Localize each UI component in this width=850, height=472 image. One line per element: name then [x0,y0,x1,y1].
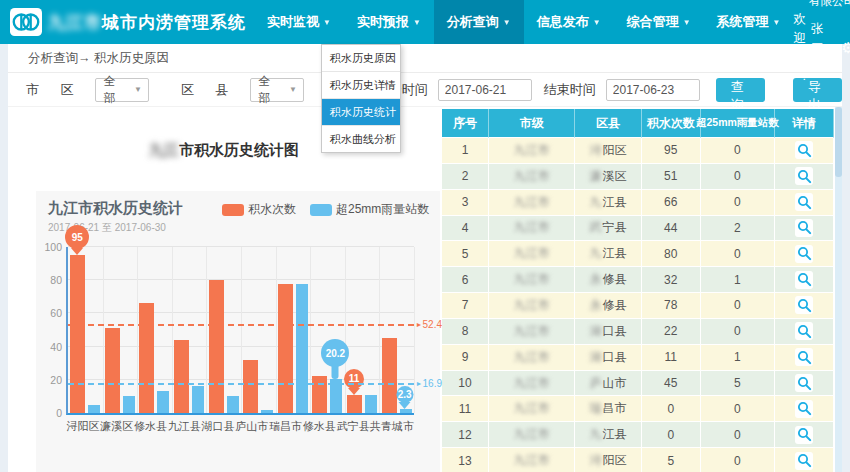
city-masked-text: 九江市 [514,452,550,469]
table-row: 6九江市永修县321 [442,267,834,293]
cell-detail [775,396,834,422]
cell-count: 45 [642,371,701,397]
menu-item-3[interactable]: 积水曲线分析 [322,126,400,152]
average-arrow-icon: ► [416,321,423,328]
detail-magnifier-button[interactable] [795,193,813,211]
detail-magnifier-button[interactable] [795,245,813,263]
filter-bar: 市 区 全 部 ▼ 区 县 全 部 ▼ 开始时间 结束时间 查 询 导 出 [8,73,842,107]
scrollbar-thumb[interactable] [835,107,842,177]
cell-county: 瑞昌市 [575,396,642,422]
detail-magnifier-button[interactable] [795,219,813,237]
city-select[interactable]: 全 部 ▼ [95,78,149,102]
legend-item-1[interactable]: 超25mm雨量站数 [310,201,429,218]
cell-city: 九江市 [489,319,575,345]
bar-积水次数-濂溪区 [105,328,120,413]
cell-no: 3 [442,190,489,216]
detail-magnifier-button[interactable] [795,322,813,340]
table-header-cell-3: 积水次数 [642,109,701,138]
menu-item-1[interactable]: 积水历史详情 [322,72,400,99]
menu-item-2[interactable]: 积水历史统计 [322,99,400,126]
detail-magnifier-button[interactable] [795,374,813,392]
magnifier-icon [797,143,812,158]
table-header-cell-4: 超25mm雨量站数 [701,109,775,138]
bar-超25mm雨量站数-湖口县 [227,396,239,413]
bar-超25mm雨量站数-浔阳区 [88,405,100,413]
cell-stations: 0 [701,396,775,422]
cell-no: 10 [442,371,489,397]
detail-magnifier-button[interactable] [795,141,813,159]
detail-magnifier-button[interactable] [795,348,813,366]
cell-stations: 0 [701,448,775,472]
county-text: 阳区 [603,452,627,469]
county-select[interactable]: 全 部 ▼ [250,78,304,102]
cell-no: 13 [442,448,489,472]
detail-magnifier-button[interactable] [795,167,813,185]
cell-city: 九江市 [489,422,575,448]
detail-magnifier-button[interactable] [795,400,813,418]
bar-超25mm雨量站数-瑞昌市 [296,284,308,413]
bar-积水次数-修水县 [312,376,327,413]
y-tick-label: 20 [36,374,62,386]
mark-point-11: 11 [344,369,364,389]
bar-超25mm雨量站数-濂溪区 [123,396,135,413]
county-text: 昌市 [603,400,627,417]
user-menu[interactable]: 张三国 [811,20,824,76]
county-masked-prefix: 庐 [590,375,602,392]
cell-count: 22 [642,319,701,345]
app-title-masked-city: 九江市 [48,11,102,34]
county-text: 修县 [603,297,627,314]
end-date-input[interactable] [606,79,700,101]
x-label-5: 庐山市 [235,419,269,434]
legend-label: 超25mm雨量站数 [336,201,429,218]
cell-count: 51 [642,164,701,190]
city-masked-text: 九江市 [514,271,550,288]
nav-item-0[interactable]: 实时监视▼ [254,0,344,44]
county-masked-prefix: 浔 [590,142,602,159]
table-row: 9九江市湖口县111 [442,345,834,371]
cell-no: 1 [442,138,489,164]
detail-magnifier-button[interactable] [795,271,813,289]
nav-item-5[interactable]: 系统管理▼ [704,0,794,44]
start-date-input[interactable] [438,79,532,101]
detail-magnifier-button[interactable] [795,426,813,444]
user-caret-icon[interactable]: ▼ [829,42,837,54]
cell-stations: 5 [701,371,775,397]
header-right: 北京国信华源科技有限公司 欢 迎 你 : 张三国 ▼ ⚙ [794,0,850,85]
cell-no: 12 [442,422,489,448]
screen: 九江市城市内涝管理系统 实时监视▼实时预报▼分析查询▼信息发布▼综合管理▼系统管… [0,0,850,472]
x-label-3: 九江县 [167,419,201,434]
cell-city: 九江市 [489,138,575,164]
vertical-scrollbar[interactable] [835,107,842,472]
gear-icon[interactable]: ⚙ [841,37,850,60]
bar-超25mm雨量站数-庐山市 [261,410,273,413]
average-value: 52.4 [423,319,442,330]
nav-item-3[interactable]: 信息发布▼ [524,0,614,44]
detail-magnifier-button[interactable] [795,296,813,314]
county-masked-prefix: 九 [590,194,602,211]
cell-county: 武宁县 [575,216,642,242]
cell-detail [775,422,834,448]
county-masked-prefix: 武 [590,219,602,236]
bar-积水次数-庐山市 [243,360,258,413]
menu-item-0[interactable]: 积水历史原因 [322,45,400,72]
analysis-query-dropdown: 积水历史原因积水历史详情积水历史统计积水曲线分析 [321,44,401,153]
table-row: 5九江市九江县800 [442,241,834,267]
legend-item-0[interactable]: 积水次数 [222,201,296,218]
table-row: 7九江市永修县780 [442,293,834,319]
welcome-label: 欢 迎 你 : [794,10,807,85]
magnifier-icon [797,324,812,339]
detail-magnifier-button[interactable] [795,452,813,470]
cell-stations: 0 [701,138,775,164]
breadcrumb: 分析查询→ 积水历史原因 [8,44,842,73]
search-button[interactable]: 查 询 [716,78,765,102]
county-select-caret-icon: ▼ [289,85,297,94]
nav-item-4[interactable]: 综合管理▼ [614,0,704,44]
content-area: 九江市积水历史统计图 九江市积水历史统计 2017-06-21 至 2017-0… [8,107,842,472]
cell-detail [775,267,834,293]
magnifier-icon [797,169,812,184]
chart-panel: 九江市积水历史统计图 九江市积水历史统计 2017-06-21 至 2017-0… [8,107,440,472]
bar-积水次数-九江县 [174,340,189,413]
nav-item-1[interactable]: 实时预报▼ [344,0,434,44]
county-masked-prefix: 永 [590,297,602,314]
nav-item-2[interactable]: 分析查询▼ [434,0,524,44]
